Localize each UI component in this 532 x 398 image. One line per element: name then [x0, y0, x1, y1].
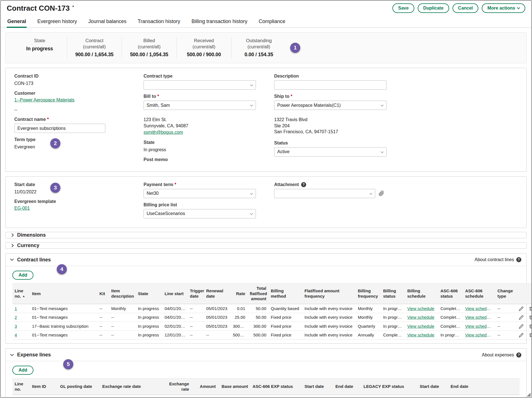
column-header-line-start[interactable]: Line start [162, 283, 188, 304]
expense-lines-toggle[interactable]: Expense lines [11, 352, 51, 358]
status-select[interactable]: Active [274, 147, 387, 157]
ship-to-select[interactable]: Power Aerospace Materials(C1) [274, 101, 387, 110]
column-header-item[interactable]: Item [30, 283, 97, 304]
column-header-rate[interactable]: Rate [231, 283, 247, 304]
column-header-trigger-date[interactable]: Trigger date [188, 283, 204, 304]
about-contract-lines[interactable]: About contract lines ? [474, 257, 521, 262]
column-header-end-date[interactable]: End date [448, 379, 476, 395]
edit-line-icon[interactable] [516, 313, 526, 322]
tab-transaction-history[interactable]: Transaction history [137, 15, 181, 28]
payment-term-label: Payment term [144, 182, 260, 187]
column-header-change-type[interactable]: Change type [495, 283, 516, 304]
add-contract-line-button[interactable]: Add [12, 271, 33, 280]
column-header-line-no[interactable]: Line no. [12, 379, 30, 395]
duplicate-button[interactable]: Duplicate [418, 3, 449, 13]
column-header-line-no[interactable]: Line no.▲ [12, 283, 30, 304]
column-header-total-flat-fixed-amount[interactable]: Total flat/fixed amount [247, 283, 269, 304]
column-header-exchange-rate[interactable]: Exchange rate [159, 379, 191, 395]
column-header-renewal-date[interactable]: Renewal date [204, 283, 231, 304]
tab-bar: GeneralEvergreen historyJournal balances… [1, 15, 531, 28]
billing-price-list-select[interactable]: UseCaseScenarios [144, 209, 256, 218]
contract-type-select[interactable] [144, 80, 256, 90]
column-header-item-id[interactable]: Item ID [30, 379, 58, 395]
description-input[interactable] [274, 80, 387, 90]
column-header-flat-fixed-amount-frequency[interactable]: Flat/fixed amount frequency [302, 283, 356, 304]
column-header-blank [516, 283, 526, 304]
more-actions-button[interactable]: More actions [482, 3, 525, 13]
delete-line-icon[interactable] [526, 322, 532, 331]
column-header-legacy-exp-status[interactable]: LEGACY EXP status [361, 379, 417, 395]
column-header-asc-606-schedule[interactable]: ASC-606 schedule [463, 283, 495, 304]
resize-handle-icon[interactable] [527, 393, 531, 397]
paperclip-icon[interactable] [379, 191, 384, 196]
save-button[interactable]: Save [392, 3, 414, 13]
chevron-down-icon [250, 83, 253, 86]
line-number-link[interactable]: 1 [15, 306, 17, 311]
column-header-amount[interactable]: Amount [191, 379, 218, 395]
delete-line-icon[interactable] [526, 331, 532, 340]
asc606-schedule-link[interactable]: View schedule 1 [465, 306, 495, 311]
column-header-billing-method[interactable]: Billing method [269, 283, 302, 304]
terms-col-1: Start date 11/01/2022 3 Evergreen templa… [14, 182, 129, 223]
tab-journal-balances[interactable]: Journal balances [88, 15, 127, 28]
tab-billing-transaction-history[interactable]: Billing transaction history [191, 15, 248, 28]
line-number-link[interactable]: 2 [15, 315, 17, 320]
page-title: Contract CON-173 [7, 4, 74, 13]
column-header-asc-606-status[interactable]: ASC-606 status [438, 283, 463, 304]
column-header-billing-schedule[interactable]: Billing schedule [405, 283, 438, 304]
currency-section-toggle[interactable]: Currency [5, 242, 527, 249]
help-icon[interactable]: ? [516, 352, 521, 358]
tab-evergreen-history[interactable]: Evergreen history [37, 15, 78, 28]
attachment-select[interactable] [274, 189, 375, 198]
billing-schedule-link[interactable]: View schedule [407, 306, 434, 311]
tab-compliance[interactable]: Compliance [258, 15, 286, 28]
column-header-billing-status[interactable]: Billing status [381, 283, 405, 304]
billing-schedule-link[interactable]: View schedule [407, 324, 434, 329]
line-number-link[interactable]: 4 [15, 333, 17, 337]
edit-line-icon[interactable] [516, 322, 526, 331]
about-expenses[interactable]: About expenses ? [482, 352, 521, 358]
summary-stat-contract: Contract(current/all)900.00 / 1,654.35 [67, 37, 122, 58]
add-expense-line-button[interactable]: Add [12, 366, 33, 375]
payment-term-select[interactable]: Net30 [144, 189, 256, 198]
billing-schedule-link[interactable]: View schedule [407, 333, 434, 337]
callout-2: 2 [50, 138, 60, 148]
column-header-end-date[interactable]: End date [333, 379, 361, 395]
evergreen-template-link[interactable]: EG-001 [14, 206, 30, 211]
contract-lines-header-row: Line no.▲ItemKitItem descriptionStateLin… [12, 283, 532, 304]
column-header-start-date[interactable]: Start date [302, 379, 333, 395]
help-icon[interactable]: ? [301, 182, 306, 187]
column-header-kit[interactable]: Kit [97, 283, 109, 304]
tab-general[interactable]: General [7, 15, 27, 28]
dimensions-section-toggle[interactable]: Dimensions [5, 232, 527, 238]
bill-email-link[interactable]: ssmith@bogus.com [144, 130, 183, 135]
contract-lines-toggle[interactable]: Contract lines [11, 257, 51, 263]
column-header-state[interactable]: State [136, 283, 162, 304]
delete-line-icon[interactable] [526, 313, 532, 322]
help-icon[interactable]: ? [516, 257, 521, 262]
column-header-asc-606-exp-status[interactable]: ASC-606 EXP status [250, 379, 302, 395]
asc606-schedule-link[interactable]: View schedule 1 [465, 315, 495, 320]
column-header-item-description[interactable]: Item description [109, 283, 136, 304]
bill-to-select[interactable]: Smith, Sam [144, 101, 256, 110]
column-header-start-date[interactable]: Start date [417, 379, 448, 395]
edit-line-icon[interactable] [516, 331, 526, 340]
dimensions-section-label: Dimensions [17, 232, 46, 238]
column-header-billing-frequency[interactable]: Billing frequency [356, 283, 381, 304]
contract-id-label: Contract ID [14, 74, 129, 79]
column-header-gl-posting-date[interactable]: GL posting date [58, 379, 100, 395]
contract-name-input[interactable] [14, 124, 105, 133]
edit-line-icon[interactable] [516, 304, 526, 313]
payment-term-value: Net30 [147, 191, 159, 196]
asc606-schedule-link[interactable]: View schedule 1 [465, 324, 495, 329]
delete-line-icon[interactable] [526, 304, 532, 313]
line-number-link[interactable]: 3 [15, 324, 17, 329]
billing-schedule-link[interactable]: View schedule [407, 315, 434, 320]
cancel-button[interactable]: Cancel [453, 3, 478, 13]
callout-5: 5 [63, 359, 73, 369]
asc606-schedule-link[interactable]: View schedule 1 [465, 333, 495, 337]
chevron-down-icon [10, 257, 14, 261]
column-header-base-amount[interactable]: Base amount [218, 379, 250, 395]
column-header-exchange-rate-date[interactable]: Exchange rate date [100, 379, 159, 395]
customer-link[interactable]: 1--Power Aerospace Materials [14, 98, 74, 102]
